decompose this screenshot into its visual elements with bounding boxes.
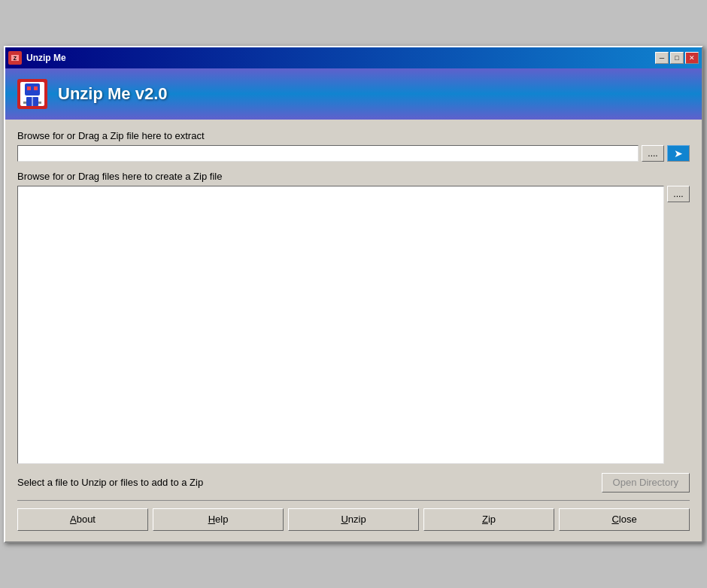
svg-text:Z: Z — [14, 56, 17, 61]
button-row: About Help Unzip Zip Close — [17, 500, 690, 531]
files-drop-area[interactable] — [17, 186, 664, 464]
titlebar-app-icon: Z — [8, 51, 22, 65]
maximize-button[interactable]: □ — [670, 52, 684, 64]
svg-rect-11 — [38, 102, 41, 104]
extract-label: Browse for or Drag a Zip file here to ex… — [17, 130, 690, 141]
unzip-button[interactable]: Unzip — [288, 508, 419, 531]
app-logo-icon — [14, 76, 50, 112]
create-zip-section: Browse for or Drag files here to create … — [17, 171, 690, 464]
close-button[interactable]: Close — [559, 508, 690, 531]
extract-section: Browse for or Drag a Zip file here to ex… — [17, 130, 690, 162]
about-button[interactable]: About — [17, 508, 148, 531]
nav-arrow-icon: ➤ — [674, 147, 683, 159]
titlebar-left: Z Unzip Me — [8, 51, 66, 65]
header-title: Unzip Me v2.0 — [58, 84, 167, 104]
minimize-button[interactable]: ─ — [655, 52, 669, 64]
extract-nav-button[interactable]: ➤ — [667, 145, 690, 162]
help-label: Help — [208, 514, 229, 525]
titlebar-title: Unzip Me — [26, 53, 66, 63]
zip-file-input[interactable] — [17, 145, 639, 162]
status-text: Select a file to Unzip or files to add t… — [17, 477, 203, 488]
unzip-label: Unzip — [341, 514, 366, 525]
main-window: Z Unzip Me ─ □ ✕ — [4, 46, 703, 543]
titlebar-controls: ─ □ ✕ — [655, 52, 699, 64]
svg-rect-7 — [34, 86, 38, 90]
main-content: Browse for or Drag a Zip file here to ex… — [5, 120, 702, 541]
close-label: Close — [611, 514, 636, 525]
files-area-row: .... — [17, 186, 690, 464]
open-directory-button[interactable]: Open Directory — [602, 473, 690, 493]
about-label: About — [70, 514, 96, 525]
zip-label: Zip — [482, 514, 496, 525]
header-bar: Unzip Me v2.0 — [5, 68, 702, 120]
zip-button[interactable]: Zip — [423, 508, 554, 531]
extract-browse-button[interactable]: .... — [642, 145, 664, 162]
extract-input-row: .... ➤ — [17, 145, 690, 162]
svg-rect-9 — [32, 97, 33, 106]
create-browse-button[interactable]: .... — [667, 186, 690, 202]
svg-rect-10 — [23, 102, 26, 104]
create-zip-label: Browse for or Drag files here to create … — [17, 171, 690, 182]
close-window-button[interactable]: ✕ — [685, 52, 699, 64]
titlebar: Z Unzip Me ─ □ ✕ — [5, 47, 702, 68]
help-button[interactable]: Help — [153, 508, 284, 531]
svg-rect-6 — [27, 86, 31, 90]
status-row: Select a file to Unzip or files to add t… — [17, 473, 690, 493]
